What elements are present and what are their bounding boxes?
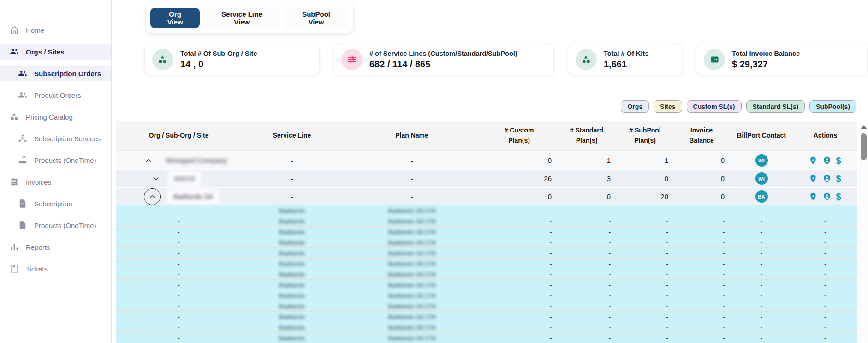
filter-chip-standard-sl-s[interactable]: Standard SL(s) <box>746 100 805 113</box>
tab-service-line-view[interactable]: Service Line View <box>203 8 280 28</box>
detail-row: - Badlands Badlands Oil 278 - - - - - - <box>116 216 857 226</box>
custom-plans-cell: - <box>481 322 557 332</box>
standard-plans-cell: - <box>557 227 616 237</box>
sidebar-item-subscription-services[interactable]: Subscription Services <box>0 131 111 146</box>
filter-chip-sites[interactable]: Sites <box>654 100 682 113</box>
scroll-up-arrow-icon[interactable] <box>861 125 867 129</box>
actions-cell: - <box>794 216 857 226</box>
custom-plans-cell: - <box>481 248 557 258</box>
sidebar-item-label: Product Orders <box>34 91 81 99</box>
org-name: Badlands Oil <box>167 189 219 204</box>
stat-card-label: # of Service Lines (Custom/Standard/SubP… <box>369 49 517 58</box>
plan-name-cell: - <box>343 188 481 205</box>
sidebar-item-tickets[interactable]: Tickets <box>0 261 111 277</box>
sidebar-item-subscription[interactable]: Subscription <box>0 196 111 211</box>
standard-plans-cell: - <box>557 301 616 311</box>
expand-row-icon[interactable] <box>150 173 161 184</box>
plan-name-cell: Badlands Oil 278 <box>388 271 436 278</box>
org-row[interactable]: Winegard Company - - 0 1 1 0 WI $ <box>116 151 857 169</box>
custom-plans-cell: - <box>481 237 557 247</box>
org-cell: - <box>116 269 241 279</box>
service-line-cell: Badlands <box>279 207 305 214</box>
plan-name-cell: Badlands Oil 278 <box>388 335 436 342</box>
tab-org-view[interactable]: Org View <box>150 8 200 28</box>
actions-cell: - <box>794 205 857 216</box>
detail-row: - Badlands Badlands Oil 278 - - - - - - <box>116 290 857 301</box>
plan-name-cell: Badlands Oil 278 <box>388 260 436 267</box>
org-cell: - <box>116 322 241 332</box>
service-line-cell: - <box>241 152 343 169</box>
custom-plans-cell: - <box>481 290 557 301</box>
stat-card-label: Total Invoice Balance <box>732 49 800 58</box>
collapse-row-icon[interactable] <box>143 155 154 166</box>
scrollbar-thumb[interactable] <box>861 133 867 160</box>
detail-row: - Badlands Badlands Oil 278 - - - - - - <box>116 205 857 216</box>
standard-plans-cell: - <box>557 322 616 332</box>
sidebar-item-invoices[interactable]: Invoices <box>0 174 111 190</box>
invoice-balance-cell: - <box>674 301 729 311</box>
org-row[interactable]: AGCO - - 26 3 0 0 WI $ <box>116 169 857 187</box>
dollar-icon[interactable]: $ <box>836 174 843 183</box>
person-pin-icon[interactable] <box>822 174 832 183</box>
custom-plans-cell: - <box>481 227 557 237</box>
billport-contact-cell: - <box>729 227 794 237</box>
stat-card-label: Total # Of Sub-Org / Site <box>180 49 257 58</box>
service-line-cell: Badlands <box>279 324 305 331</box>
sidebar-item-products-onetime[interactable]: Products (OneTime) <box>0 217 111 233</box>
stat-card-value: 682 / 114 / 865 <box>369 59 517 70</box>
subpool-plans-cell: - <box>616 269 674 279</box>
subpool-plans-cell: - <box>616 333 674 343</box>
org-cell: - <box>116 290 241 301</box>
table-scrollbar[interactable] <box>859 122 868 343</box>
detail-row: - Badlands Badlands Oil 278 - - - - - - <box>116 279 857 290</box>
edit-location-icon[interactable] <box>809 192 818 201</box>
dollar-icon[interactable]: $ <box>836 156 843 165</box>
sidebar-item-products-onetime[interactable]: Products (OneTime) <box>0 152 111 168</box>
billport-contact-cell: - <box>729 237 794 247</box>
sidebar-item-label: Subscription <box>34 200 72 208</box>
collapse-row-icon[interactable] <box>144 188 161 205</box>
filter-chip-custom-sl-s[interactable]: Custom SL(s) <box>687 100 742 113</box>
filter-chip-orgs[interactable]: Orgs <box>621 100 649 113</box>
person-pin-icon[interactable] <box>822 192 832 201</box>
filter-chip-subpool-s[interactable]: SubPool(s) <box>809 100 856 113</box>
contact-avatar[interactable]: WI <box>755 172 768 185</box>
detail-row: - Badlands Badlands Oil 278 - - - - - - <box>116 247 857 258</box>
edit-location-icon[interactable] <box>809 174 818 183</box>
billport-contact-cell: - <box>729 248 794 258</box>
service-line-cell: Badlands <box>279 229 305 235</box>
subpool-plans-cell: 1 <box>616 152 674 169</box>
contact-avatar[interactable]: BA <box>755 190 768 203</box>
subpool-plans-cell: - <box>616 248 674 258</box>
column-header-org-sub-org-site: Org / Sub-Org / Site <box>116 121 241 150</box>
org-cell: - <box>116 227 241 237</box>
standard-plans-cell: - <box>557 290 616 301</box>
stat-card-value: 1,661 <box>604 59 648 70</box>
service-line-cell: Badlands <box>279 292 305 299</box>
actions-cell: - <box>794 312 857 322</box>
sidebar-item-product-orders[interactable]: Product Orders <box>0 87 111 103</box>
contact-avatar[interactable]: WI <box>755 154 768 167</box>
standard-plans-cell: 1 <box>557 152 616 169</box>
edit-location-icon[interactable] <box>809 156 818 165</box>
subpool-plans-cell: - <box>616 259 674 269</box>
person-pin-icon[interactable] <box>822 156 832 165</box>
people-icon <box>9 47 19 57</box>
table-header-row: Org / Sub-Org / SiteService LinePlan Nam… <box>116 121 857 151</box>
custom-plans-cell: - <box>481 280 557 290</box>
sidebar-item-reports[interactable]: Reports <box>0 239 111 255</box>
sidebar-item-label: Tickets <box>26 265 48 273</box>
sidebar-item-pricing-catalog[interactable]: Pricing Catalog <box>0 109 111 125</box>
standard-plans-cell: - <box>557 312 616 322</box>
invoice-balance-cell: 0 <box>674 152 729 169</box>
stat-card-value: $ 29,327 <box>732 59 800 70</box>
subpool-plans-cell: - <box>616 205 674 216</box>
org-cell: - <box>116 312 241 322</box>
dollar-icon[interactable]: $ <box>836 192 843 201</box>
sidebar-item-subscription-orders[interactable]: Subscription Orders <box>0 66 111 81</box>
tab-subpool-view[interactable]: SubPool View <box>284 8 349 28</box>
sidebar-item-home[interactable]: Home <box>0 22 111 38</box>
org-row[interactable]: Badlands Oil - - 0 0 20 0 BA $ <box>116 187 857 205</box>
detail-row: - Badlands Badlands Oil 278 - - - - - - <box>116 311 857 322</box>
sidebar-item-orgs-sites[interactable]: Orgs / Sites <box>0 44 111 60</box>
